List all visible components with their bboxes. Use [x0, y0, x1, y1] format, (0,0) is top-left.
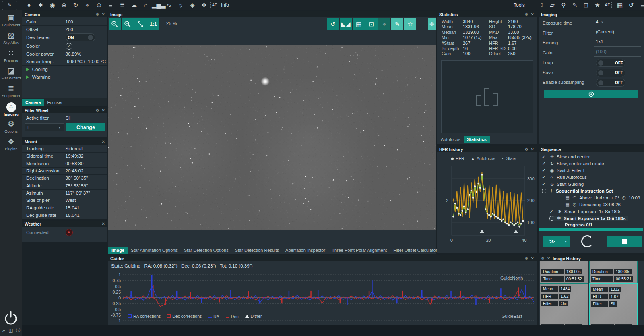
- fit-to-screen-button[interactable]: [134, 18, 147, 30]
- flat-panel-icon[interactable]: ≡: [105, 0, 116, 10]
- pixel-grid-icon[interactable]: ▦: [614, 0, 625, 10]
- skip-button-main[interactable]: ≫: [543, 236, 561, 247]
- crosshair-icon[interactable]: ⌖: [378, 18, 390, 30]
- zoom-in-button[interactable]: [109, 18, 121, 30]
- gear-icon[interactable]: ⚙: [525, 256, 528, 261]
- stop-sequence-button[interactable]: [607, 236, 642, 247]
- focuser-icon[interactable]: ⊕: [58, 0, 70, 10]
- filter-wheel-icon[interactable]: ◉: [47, 0, 58, 10]
- safety-monitor-icon[interactable]: ◈: [187, 0, 198, 10]
- app-logo-icon[interactable]: ✎: [2, 1, 17, 10]
- cooler-on-icon[interactable]: ✓: [66, 43, 72, 50]
- sequence-item[interactable]: ⋮Sequential Instruction Set: [542, 188, 613, 193]
- sequence-item[interactable]: ▤◷Remaining 03:08:26: [557, 202, 621, 207]
- telescope-icon[interactable]: ⌖: [82, 0, 93, 10]
- filter-dropdown[interactable]: L ▼: [25, 123, 64, 131]
- close-icon[interactable]: ✕: [531, 12, 534, 17]
- imaging-field-exposure-time[interactable]: 4s: [594, 19, 641, 27]
- sidebar-item-flat-wizard[interactable]: ◪Flat Wizard: [0, 66, 22, 80]
- snapshot-button[interactable]: [544, 90, 638, 98]
- imaging-field-gain[interactable]: (100): [594, 49, 641, 57]
- gear-icon[interactable]: ⚙: [541, 256, 545, 261]
- list-icon[interactable]: ≡: [637, 0, 644, 10]
- sequence-item[interactable]: ✓ᴬᶠRun Autofocus: [542, 174, 587, 180]
- camera-row-cooling[interactable]: ▶Cooling: [22, 65, 107, 73]
- guider-icon[interactable]: ⊙: [93, 0, 105, 10]
- sidebar-item-framing[interactable]: ∷Framing: [0, 48, 22, 62]
- tab-star-detection-results[interactable]: Star Detection Results: [232, 247, 282, 254]
- close-icon[interactable]: ✕: [531, 147, 534, 151]
- sidebar-item-equipment[interactable]: ▣Equipment: [0, 13, 22, 27]
- gear-icon[interactable]: ⚙: [96, 12, 99, 17]
- history-icon[interactable]: ↺: [625, 0, 637, 10]
- camera-row-warming[interactable]: ▶Warming: [22, 73, 107, 81]
- close-icon[interactable]: ✕: [102, 108, 105, 112]
- auto-stretch-icon[interactable]: ✎: [391, 18, 403, 30]
- sidebar-item-sky-atlas[interactable]: ▨Sky Atlas: [0, 31, 22, 45]
- filter-frame-icon[interactable]: ⊡: [580, 0, 592, 10]
- rotate-image-icon[interactable]: ↺: [327, 18, 339, 30]
- tab-focuser[interactable]: Focuser: [44, 99, 66, 106]
- bulb-icon[interactable]: ☼: [175, 0, 186, 10]
- sidebar-item-plugins[interactable]: ❖Plugins: [0, 137, 22, 151]
- camera-icon[interactable]: ●: [23, 0, 35, 10]
- one-to-one-button[interactable]: 1:1: [147, 18, 159, 30]
- tab-statistics[interactable]: Statistics: [464, 136, 490, 143]
- sequence-item[interactable]: ✓✛Slew and center: [542, 154, 590, 160]
- captured-image[interactable]: [108, 45, 436, 230]
- tab-aberration-inspector[interactable]: Aberration Inspector: [282, 247, 328, 254]
- gear-icon[interactable]: ⚙: [525, 147, 528, 151]
- sequence-item[interactable]: ✓✱Smart Exposure 1x Sii 180s: [549, 209, 621, 214]
- skip-instruction-button[interactable]: ≫ ▾: [543, 236, 570, 247]
- weather-icon[interactable]: ☁: [128, 0, 140, 10]
- sidebar-item-imaging[interactable]: ∴Imaging: [0, 102, 22, 116]
- tab-star-detection-options[interactable]: Star Detection Options: [181, 247, 232, 254]
- imaging-field-filter[interactable]: (Current): [594, 29, 641, 37]
- close-icon[interactable]: ✕: [102, 222, 105, 226]
- sequence-item[interactable]: ✓◉Switch Filter L: [542, 168, 586, 173]
- close-icon[interactable]: ✕: [547, 256, 550, 261]
- flat-wizard-icon[interactable]: ▱: [547, 0, 558, 10]
- tab-three-point-polar-alignment[interactable]: Three Point Polar Alignment: [328, 247, 390, 254]
- gear-icon[interactable]: ⚙: [525, 12, 528, 17]
- rotator-icon[interactable]: ↻: [70, 0, 81, 10]
- tab-filter-offset-calculator[interactable]: Filter Offset Calculator: [390, 247, 440, 254]
- magic-wand-icon[interactable]: ✎: [569, 0, 580, 10]
- toggle-enable-subsampling[interactable]: OFF: [596, 79, 625, 87]
- tab-camera[interactable]: Camera: [22, 99, 44, 106]
- toggle-save[interactable]: OFF: [596, 69, 625, 77]
- sidebar-item-options[interactable]: ⚙Options: [0, 119, 22, 133]
- info-label[interactable]: Info: [221, 0, 229, 10]
- tab-image[interactable]: Image: [108, 247, 128, 254]
- sequence-item[interactable]: ▤◠Above Horizon + 0°◷10:09: [557, 195, 640, 200]
- imaging-field-binning[interactable]: 1x1: [594, 39, 641, 47]
- sequence-item[interactable]: ✓↻Slew, center and rotate: [542, 161, 604, 166]
- sequence-item[interactable]: ✱Smart Exposure 1x Oiii 180s: [549, 216, 628, 221]
- zoom-out-button[interactable]: [122, 18, 134, 30]
- change-filter-button[interactable]: Change: [66, 123, 105, 131]
- image-history-thumbnail[interactable]: Mean1484HFR1.62FilterOiiiDuration180.00s…: [540, 283, 588, 326]
- histogram-icon[interactable]: ▂▅▃: [152, 0, 163, 10]
- dome-icon[interactable]: ⌂: [140, 0, 151, 10]
- close-icon[interactable]: ✕: [531, 256, 534, 261]
- switch-icon[interactable]: ≣: [117, 0, 128, 10]
- search-icon[interactable]: ⚲: [558, 0, 569, 10]
- tab-star-annotation-options[interactable]: Star Annotation Options: [128, 247, 181, 254]
- dew-heater-toggle[interactable]: ON: [66, 33, 95, 41]
- plate-solve-icon[interactable]: ✛: [428, 18, 436, 30]
- tools-label[interactable]: Tools: [514, 0, 525, 10]
- sidebar-item-sequencer[interactable]: ≣Sequencer: [0, 84, 22, 98]
- power-button[interactable]: [2, 309, 19, 326]
- close-icon[interactable]: ✕: [102, 12, 105, 17]
- expand-icon[interactable]: »: [0, 328, 7, 333]
- flip-image-icon[interactable]: ◣◢: [340, 18, 352, 30]
- star-annotation-icon[interactable]: ☆: [404, 18, 416, 30]
- image-history-thumbnail[interactable]: Mean1332HFR1.67FilterSiiDuration180.00sT…: [589, 283, 638, 326]
- about-icon[interactable]: ⓘ: [14, 327, 22, 334]
- autofocus-icon[interactable]: AF: [210, 2, 219, 8]
- tab-autofocus[interactable]: Autofocus: [438, 136, 464, 143]
- gear-icon[interactable]: ⚙: [96, 108, 99, 112]
- shutter-icon[interactable]: ✱: [35, 0, 46, 10]
- skip-button-caret[interactable]: ▾: [561, 236, 570, 247]
- star-detection-icon[interactable]: ⊡: [365, 18, 378, 30]
